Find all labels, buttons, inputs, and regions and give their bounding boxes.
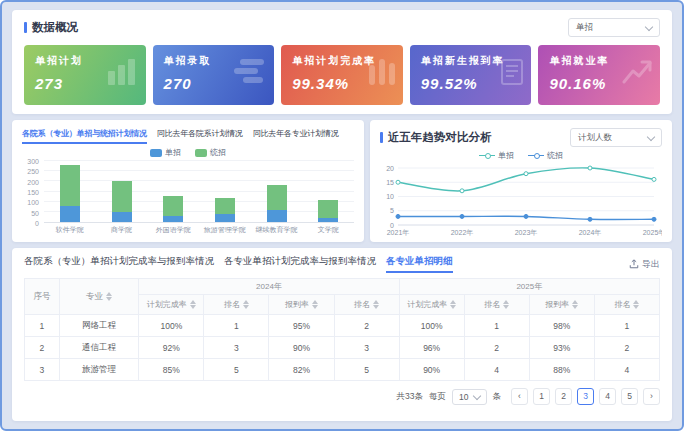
data-point-单招 <box>460 189 464 193</box>
column-header-报到率[interactable]: 报到率 <box>269 295 334 315</box>
sort-down-icon <box>312 305 318 309</box>
bar-chart-y-axis: 050100150200250300 <box>22 161 44 223</box>
prev-page-button[interactable]: ‹ <box>511 388 528 405</box>
data-point-统招 <box>652 217 656 221</box>
column-header-label: 排名 <box>224 300 240 309</box>
table-cell: 96% <box>399 337 464 359</box>
sort-icon[interactable] <box>312 300 318 309</box>
table-cell: 2 <box>464 337 529 359</box>
bar-segment-单招 <box>60 206 80 222</box>
stat-card-3: 单招新生报到率99.52% <box>410 45 532 105</box>
recruit-type-select[interactable]: 单招 <box>568 18 660 37</box>
table-cell: 100% <box>139 315 204 337</box>
bar-section-tab-0[interactable]: 各院系（专业）单招与统招计划情况 <box>22 128 147 144</box>
page-button-4[interactable]: 4 <box>599 388 616 405</box>
sort-icon[interactable] <box>243 300 249 309</box>
table-cell: 5 <box>334 359 399 381</box>
metric-select[interactable]: 计划人数 <box>570 128 662 147</box>
line-chart-legend: 单招统招 <box>380 150 662 161</box>
sort-down-icon <box>243 305 249 309</box>
page-button-1[interactable]: 1 <box>533 388 550 405</box>
legend-label: 统招 <box>210 147 226 158</box>
sort-icon[interactable] <box>373 300 379 309</box>
x-axis-category-label: 继续教育学院 <box>251 225 303 235</box>
table-cell: 旅游管理 <box>59 359 138 381</box>
table-cell: 98% <box>529 315 594 337</box>
column-header-label: 报到率 <box>285 300 309 309</box>
column-header-label: 计划完成率 <box>407 300 447 309</box>
sort-down-icon <box>572 305 578 309</box>
column-header-major[interactable]: 专业 <box>59 279 138 315</box>
bar-section-tab-2[interactable]: 同比去年各专业计划情况 <box>253 128 339 144</box>
data-point-统招 <box>396 214 400 218</box>
sort-icon[interactable] <box>106 292 112 301</box>
sort-icon[interactable] <box>503 300 509 309</box>
column-header-排名[interactable]: 排名 <box>204 295 269 315</box>
table-section-tab-1[interactable]: 各专业单招计划完成率与报到率情况 <box>224 255 376 273</box>
dashboard-page: 数据概况 单招 单招计划273单招录取270单招计划完成率99.34%单招新生报… <box>2 2 682 429</box>
column-header-label: 排名 <box>484 300 500 309</box>
table-section-tab-0[interactable]: 各院系（专业）单招计划完成率与报到率情况 <box>24 255 214 273</box>
legend-swatch-icon <box>150 149 162 157</box>
column-header-计划完成率[interactable]: 计划完成率 <box>399 295 464 315</box>
table-cell: 1 <box>204 315 269 337</box>
table-cell: 88% <box>529 359 594 381</box>
data-point-单招 <box>524 172 528 176</box>
bar-stack <box>60 161 80 222</box>
y-axis-tick-label: 10 <box>386 193 394 200</box>
sort-icon[interactable] <box>633 300 639 309</box>
column-header-label: 报到率 <box>545 300 569 309</box>
recruit-type-select-value: 单招 <box>576 22 593 34</box>
page-button-2[interactable]: 2 <box>555 388 572 405</box>
overview-title: 数据概况 <box>32 20 78 35</box>
table-header: 序号 专业 2024年 2025年 计划完成率排名报到率排名计划完成率排名报到率… <box>25 279 660 315</box>
y-axis-tick-label: 200 <box>27 178 39 185</box>
bar-stack <box>112 161 132 222</box>
y-axis-tick-label: 20 <box>386 165 394 172</box>
legend-item-统招: 统招 <box>195 147 226 158</box>
bar-section-tab-1[interactable]: 同比去年各院系计划情况 <box>157 128 243 144</box>
y-axis-tick-label: 0 <box>390 222 394 229</box>
column-header-排名[interactable]: 排名 <box>594 295 659 315</box>
legend-line-marker-icon <box>528 152 544 160</box>
table-cell: 2 <box>334 315 399 337</box>
data-point-单招 <box>588 166 592 170</box>
column-header-报到率[interactable]: 报到率 <box>529 295 594 315</box>
line-chart-title: 近五年趋势对比分析 <box>388 130 492 145</box>
table-row: 1网络工程100%195%2100%198%1 <box>25 315 660 337</box>
stat-card-0: 单招计划273 <box>24 45 146 105</box>
table-cell: 90% <box>269 337 334 359</box>
table-cell: 网络工程 <box>59 315 138 337</box>
per-page-select[interactable]: 10 <box>452 389 486 405</box>
sort-up-icon <box>450 300 456 304</box>
chevron-down-icon <box>472 391 480 399</box>
table-section-tab-2[interactable]: 各专业单招明细 <box>386 255 453 273</box>
table-cell: 93% <box>529 337 594 359</box>
bar-group <box>147 161 199 222</box>
sort-up-icon <box>373 300 379 304</box>
sort-up-icon <box>106 292 112 296</box>
sort-icon[interactable] <box>450 300 456 309</box>
table-cell: 3 <box>204 337 269 359</box>
column-header-排名[interactable]: 排名 <box>334 295 399 315</box>
page-button-5[interactable]: 5 <box>621 388 638 405</box>
column-header-计划完成率[interactable]: 计划完成率 <box>139 295 204 315</box>
data-point-单招 <box>396 180 400 184</box>
column-header-排名[interactable]: 排名 <box>464 295 529 315</box>
sort-icon[interactable] <box>190 300 196 309</box>
sort-down-icon <box>450 305 456 309</box>
line-chart-header: 近五年趋势对比分析 计划人数 <box>380 128 662 147</box>
sort-icon[interactable] <box>572 300 578 309</box>
page-button-3[interactable]: 3 <box>577 388 594 405</box>
table-cell: 3 <box>334 337 399 359</box>
sort-up-icon <box>572 300 578 304</box>
legend-dot <box>485 153 491 159</box>
stat-cards-row: 单招计划273单招录取270单招计划完成率99.34%单招新生报到率99.52%… <box>24 45 660 105</box>
majors-table: 序号 专业 2024年 2025年 计划完成率排名报到率排名计划完成率排名报到率… <box>24 278 660 381</box>
legend-line-marker-icon <box>479 152 495 160</box>
export-button[interactable]: 导出 <box>629 258 660 271</box>
legend-label: 单招 <box>498 150 514 161</box>
per-page-value: 10 <box>459 392 468 402</box>
next-page-button[interactable]: › <box>643 388 660 405</box>
bar-segment-单招 <box>163 216 183 222</box>
